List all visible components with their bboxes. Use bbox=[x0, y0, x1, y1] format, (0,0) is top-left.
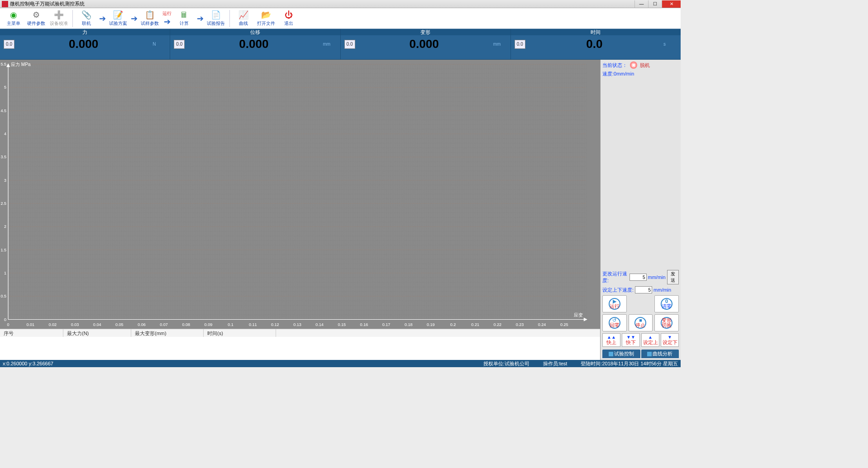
test-report-button[interactable]: 📄 试验报告 bbox=[205, 9, 227, 28]
arrow-icon: ➔ bbox=[98, 14, 106, 24]
close-button[interactable]: ✕ bbox=[662, 0, 681, 8]
svg-text:0.07: 0.07 bbox=[160, 322, 168, 327]
calculate-button[interactable]: 🖩 计算 bbox=[173, 9, 195, 28]
status-label: 当前状态： bbox=[602, 62, 627, 69]
exit-label: 退出 bbox=[284, 20, 293, 27]
deform-sw-l2: 切换 bbox=[662, 323, 672, 328]
zero-button[interactable]: 0清零 bbox=[654, 295, 679, 312]
svg-text:0.08: 0.08 bbox=[182, 322, 190, 327]
auth-unit: 授权单位:试验机公司 bbox=[483, 360, 529, 367]
device-calibrate-button[interactable]: ➕ 设备校准 bbox=[48, 9, 70, 28]
arrow-icon: ➔ bbox=[163, 17, 171, 27]
readout-bar: 力 0.0 0.000 N 位移 0.0 0.000 mm 变形 0.0 0.0… bbox=[0, 29, 681, 60]
up-arrows-icon: ▲▲ bbox=[607, 335, 616, 340]
svg-text:0.04: 0.04 bbox=[93, 322, 101, 327]
col-maxdeform: 最大变形(mm) bbox=[131, 329, 204, 337]
return-zero-button[interactable]: ↺回零 bbox=[602, 314, 627, 331]
force-aux: 0.0 bbox=[4, 40, 14, 49]
svg-text:0.19: 0.19 bbox=[427, 322, 435, 327]
force-value: 0.000 bbox=[14, 37, 153, 51]
svg-text:0.16: 0.16 bbox=[360, 322, 368, 327]
speed-value: 0mm/min bbox=[614, 71, 634, 76]
panel-tabs: 试验控制 曲线分析 bbox=[602, 350, 679, 358]
svg-text:0.12: 0.12 bbox=[271, 322, 279, 327]
svg-text:0.18: 0.18 bbox=[405, 322, 413, 327]
svg-text:1: 1 bbox=[4, 271, 6, 275]
zero-btn-label: 清零 bbox=[662, 304, 672, 309]
app-icon bbox=[2, 1, 8, 7]
main-menu-button[interactable]: ◉ 主菜单 bbox=[3, 9, 24, 28]
cursor-coord: x:0.260000 y:3.266667 bbox=[3, 361, 53, 366]
set-down-label: 设定下 bbox=[663, 340, 677, 345]
change-speed-input[interactable] bbox=[630, 274, 647, 281]
form-icon: 📋 bbox=[145, 10, 155, 20]
arrow-icon: ➔ bbox=[130, 14, 138, 24]
force-unit: N bbox=[153, 42, 166, 47]
main-menu-label: 主菜单 bbox=[7, 20, 20, 27]
curve-label: 曲线 bbox=[239, 20, 248, 27]
sample-params-button[interactable]: 📋 试样参数 bbox=[139, 9, 161, 28]
fast-down-button[interactable]: ▼▼快下 bbox=[622, 333, 640, 347]
set-up-label: 设定上 bbox=[643, 340, 658, 345]
chart-icon: 📈 bbox=[238, 10, 248, 20]
svg-text:0.23: 0.23 bbox=[516, 322, 524, 327]
col-maxforce: 最大力(N) bbox=[63, 329, 131, 337]
disp-aux: 0.0 bbox=[174, 40, 185, 49]
disp-name: 位移 bbox=[250, 29, 260, 35]
control-tab-icon bbox=[609, 352, 613, 356]
arrow-icon: ➔ bbox=[196, 14, 204, 24]
exit-button[interactable]: ⏻ 退出 bbox=[278, 9, 300, 28]
minimize-button[interactable]: — bbox=[634, 0, 648, 8]
test-plan-button[interactable]: 📝 试验方案 bbox=[107, 9, 129, 28]
open-file-label: 打开文件 bbox=[257, 20, 275, 27]
svg-text:4: 4 bbox=[4, 132, 6, 136]
svg-text:0.1: 0.1 bbox=[228, 322, 234, 327]
tab-test-control[interactable]: 试验控制 bbox=[602, 350, 640, 358]
window-title: 微机控制电子万能试验机测控系统 bbox=[10, 0, 85, 7]
curve-button[interactable]: 📈 曲线 bbox=[233, 9, 254, 28]
svg-text:0.11: 0.11 bbox=[249, 322, 257, 327]
set-ud-input[interactable] bbox=[635, 286, 652, 293]
svg-text:应变: 应变 bbox=[574, 312, 583, 317]
force-name: 力 bbox=[82, 29, 87, 35]
disp-value: 0.000 bbox=[185, 37, 323, 51]
col-time: 时间(s) bbox=[204, 329, 276, 337]
chart-wrap: 00.511.522.533.544.555.500.010.020.030.0… bbox=[0, 60, 600, 360]
svg-text:0.01: 0.01 bbox=[26, 322, 34, 327]
svg-text:0.05: 0.05 bbox=[115, 322, 124, 327]
deform-name: 变形 bbox=[420, 29, 430, 35]
set-down-button[interactable]: ▼设定下 bbox=[661, 333, 679, 347]
tab-curve-analysis[interactable]: 曲线分析 bbox=[641, 350, 679, 358]
connect-button[interactable]: 📎 联机 bbox=[76, 9, 97, 28]
hardware-params-button[interactable]: ⚙ 硬件参数 bbox=[25, 9, 47, 28]
change-speed-label: 更改运行速度: bbox=[602, 270, 628, 284]
jog-buttons: ▲▲快上 ▼▼快下 ▲设定上 ▼设定下 bbox=[602, 333, 679, 347]
run-flag-label: 运行 bbox=[162, 10, 172, 17]
folder-icon: 📂 bbox=[261, 10, 271, 20]
run-btn-label: 运行 bbox=[610, 304, 620, 309]
calibrate-icon: ➕ bbox=[54, 10, 64, 20]
test-report-label: 试验报告 bbox=[207, 20, 225, 27]
maximize-button[interactable]: ☐ bbox=[648, 0, 662, 8]
stress-strain-chart[interactable]: 00.511.522.533.544.555.500.010.020.030.0… bbox=[0, 60, 600, 329]
svg-marker-368 bbox=[6, 63, 10, 67]
svg-text:0.25: 0.25 bbox=[560, 322, 568, 327]
curve-tab-icon bbox=[647, 352, 652, 356]
status-bar: x:0.260000 y:3.266667 授权单位:试验机公司 操作员:tes… bbox=[0, 360, 681, 367]
fast-up-button[interactable]: ▲▲快上 bbox=[602, 333, 620, 347]
fast-down-label: 快下 bbox=[626, 340, 636, 345]
send-button[interactable]: 发送 bbox=[667, 270, 679, 284]
operator: 操作员:test bbox=[543, 360, 568, 367]
svg-text:1.5: 1.5 bbox=[1, 248, 7, 252]
svg-text:2: 2 bbox=[4, 224, 6, 229]
open-file-button[interactable]: 📂 打开文件 bbox=[255, 9, 277, 28]
deform-switch-button[interactable]: 变形切换 bbox=[654, 314, 679, 331]
stop-button[interactable]: ■停止 bbox=[629, 314, 653, 331]
clip-icon: 📎 bbox=[81, 10, 91, 20]
set-up-button[interactable]: ▲设定上 bbox=[641, 333, 659, 347]
speed-display: 速度:0mm/min bbox=[602, 71, 679, 77]
down-circle-icon: ◉ bbox=[9, 10, 19, 20]
svg-text:0: 0 bbox=[7, 322, 10, 327]
svg-text:应力 MPa: 应力 MPa bbox=[11, 62, 31, 67]
run-button[interactable]: ▶运行 bbox=[602, 295, 627, 312]
